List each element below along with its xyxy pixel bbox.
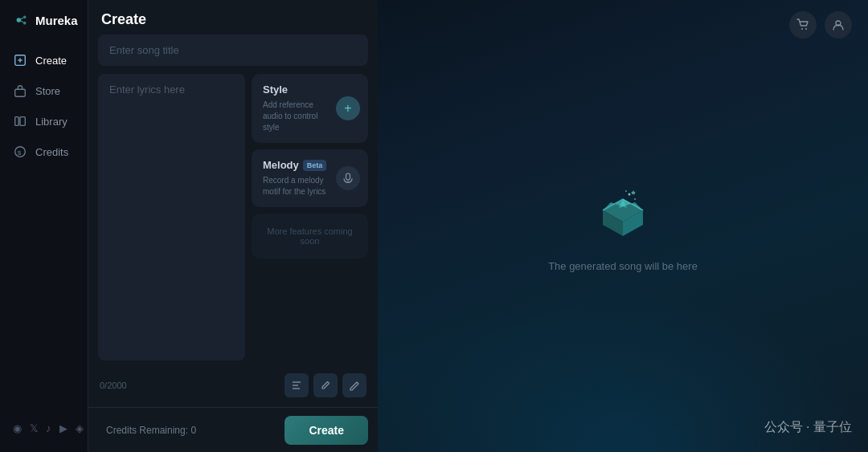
svg-rect-8: [20, 117, 25, 126]
pencil-icon: [320, 380, 331, 391]
store-icon: [13, 83, 27, 98]
youtube-icon[interactable]: ▶: [59, 422, 68, 434]
watermark: 公众号 · 量子位: [764, 419, 852, 436]
melody-mic-button[interactable]: [336, 166, 360, 190]
credits-icon: $: [13, 145, 27, 159]
editor-actions: [285, 373, 366, 397]
sidebar-item-store[interactable]: Store: [0, 75, 88, 106]
sidebar: Mureka Create Store Library $ Credits: [0, 0, 88, 452]
editor-area: Style Add reference audio to control sty…: [88, 35, 378, 407]
preview-empty-text: The generated song will be here: [548, 260, 698, 272]
svg-point-16: [801, 28, 803, 30]
page-title: Create: [101, 11, 146, 28]
song-title-input[interactable]: [98, 35, 368, 66]
svg-point-2: [23, 22, 27, 25]
melody-beta-badge: Beta: [303, 160, 327, 171]
box-svg: [591, 180, 655, 244]
cart-button[interactable]: [789, 11, 817, 39]
editor-footer: 0/2000: [98, 369, 368, 401]
melody-card-title: Melody: [263, 159, 299, 171]
edit-button[interactable]: [313, 373, 338, 397]
watermark-text: 公众号 · 量子位: [764, 420, 852, 434]
sidebar-item-library-label: Library: [35, 116, 68, 128]
sidebar-item-create-label: Create: [35, 55, 67, 67]
discord-icon[interactable]: ◈: [76, 422, 84, 434]
svg-point-21: [625, 190, 627, 192]
svg-point-17: [805, 28, 807, 30]
melody-card: Melody Beta Record a melody motif for th…: [252, 149, 368, 207]
preview-area: The generated song will be here 公众号 · 量子…: [378, 0, 868, 452]
svg-rect-6: [15, 89, 26, 96]
sidebar-item-library[interactable]: Library: [0, 106, 88, 136]
eraser-icon: [349, 380, 360, 391]
svg-point-19: [628, 193, 631, 196]
tiktok-icon[interactable]: ♪: [46, 422, 51, 434]
svg-point-20: [634, 198, 636, 200]
twitter-icon[interactable]: 𝕏: [30, 422, 38, 434]
text-format-button[interactable]: [285, 373, 309, 397]
lyrics-input[interactable]: [98, 74, 245, 360]
style-card: Style Add reference audio to control sty…: [252, 74, 368, 143]
erase-button[interactable]: [342, 373, 366, 397]
left-panel: Create Style Add reference audio to cont…: [88, 0, 378, 452]
bottom-bar: Credits Remaining: 0 Create: [88, 407, 378, 452]
svg-rect-7: [15, 117, 19, 126]
sidebar-item-create[interactable]: Create: [0, 45, 88, 75]
avatar-button[interactable]: [825, 11, 852, 39]
header-icons: [789, 11, 852, 39]
mic-icon: [342, 173, 354, 184]
cart-icon: [796, 18, 809, 31]
user-icon: [832, 18, 845, 31]
coming-soon-card: More features coming soon: [252, 214, 368, 259]
sidebar-item-credits[interactable]: $ Credits: [0, 136, 88, 167]
style-add-button[interactable]: +: [336, 96, 360, 120]
logo-text: Mureka: [35, 14, 78, 27]
sidebar-footer: ◉ 𝕏 ♪ ▶ ◈: [0, 416, 96, 441]
style-card-title: Style: [263, 83, 357, 96]
social-icons: ◉ 𝕏 ♪ ▶ ◈: [13, 422, 84, 434]
sidebar-item-credits-label: Credits: [35, 146, 68, 158]
logo-icon: [13, 11, 31, 29]
coming-soon-text: More features coming soon: [267, 226, 352, 246]
main-area: Create Style Add reference audio to cont…: [88, 0, 868, 452]
sidebar-item-store-label: Store: [35, 85, 60, 97]
char-count: 0/2000: [100, 381, 127, 390]
svg-text:$: $: [18, 149, 22, 157]
create-icon: [13, 53, 27, 67]
library-icon: [13, 114, 27, 128]
box-illustration: [591, 180, 655, 247]
svg-rect-11: [346, 173, 350, 180]
instagram-icon[interactable]: ◉: [13, 422, 22, 434]
svg-point-1: [23, 16, 27, 19]
credits-remaining: Credits Remaining: 0: [98, 425, 276, 436]
text-icon: [291, 380, 302, 391]
svg-point-0: [17, 18, 21, 22]
create-button[interactable]: Create: [285, 416, 368, 445]
logo: Mureka: [0, 11, 91, 45]
